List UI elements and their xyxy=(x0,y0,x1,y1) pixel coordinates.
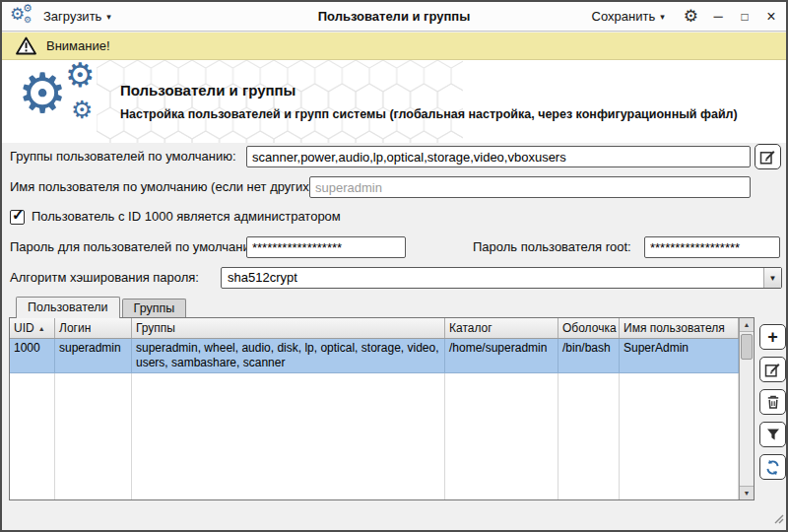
empty-column xyxy=(10,373,55,499)
scroll-up-icon: ▲ xyxy=(744,321,751,328)
warning-banner: Внимание! xyxy=(2,33,786,60)
refresh-icon xyxy=(764,459,781,476)
hexagon-pattern xyxy=(97,60,463,143)
empty-column xyxy=(55,373,132,499)
table-row-selected[interactable]: 1000 superadmin superadmin, wheel, audio… xyxy=(10,339,739,373)
cell-uid: 1000 xyxy=(10,339,55,372)
minimize-button[interactable]: ─ xyxy=(711,9,725,24)
filter-button[interactable] xyxy=(759,422,786,447)
empty-column xyxy=(132,373,445,499)
root-password-label: Пароль пользователя root: xyxy=(473,236,631,258)
column-header-directory[interactable]: Каталог xyxy=(445,318,558,338)
resize-grip-icon xyxy=(771,511,784,524)
cell-directory: /home/superadmin xyxy=(445,339,558,372)
filter-funnel-icon xyxy=(765,427,781,442)
tab-bar: Пользователи Группы xyxy=(16,297,186,317)
load-menu-button[interactable]: Загрузить ▾ xyxy=(37,5,117,28)
chevron-down-icon: ▾ xyxy=(660,12,665,22)
refresh-button[interactable] xyxy=(759,454,786,480)
trash-icon xyxy=(765,394,781,410)
table-header: UID ▲ Логин Группы Каталог Оболочка Имя … xyxy=(10,318,739,339)
combo-dropdown-button[interactable]: ▼ xyxy=(763,268,781,288)
edit-pencil-icon xyxy=(764,362,781,378)
tab-groups[interactable]: Группы xyxy=(122,299,187,317)
edit-user-button[interactable] xyxy=(759,357,786,382)
column-header-login[interactable]: Логин xyxy=(55,318,132,338)
empty-column xyxy=(445,373,558,499)
column-header-shell[interactable]: Оболочка xyxy=(558,318,620,338)
column-label: Оболочка xyxy=(562,321,617,335)
vertical-scrollbar[interactable]: ▲ ▼ xyxy=(739,318,754,499)
column-header-uid[interactable]: UID ▲ xyxy=(10,318,55,338)
admin-id1000-checkbox[interactable]: ✓ xyxy=(10,210,25,225)
page-subtitle: Настройка пользователей и групп системы … xyxy=(120,107,770,121)
add-user-button[interactable]: + xyxy=(759,324,786,350)
column-label: Каталог xyxy=(449,321,492,335)
users-groups-gears-icon: ⚙ ⚙ ⚙ xyxy=(18,62,112,141)
default-username-label: Имя пользователя по умолчанию (если нет … xyxy=(10,176,317,198)
page-title: Пользователи и группы xyxy=(120,82,296,99)
hash-algorithm-select[interactable]: sha512crypt ▼ xyxy=(221,267,782,289)
chevron-down-icon: ▾ xyxy=(106,12,111,22)
cell-shell: /bin/bash xyxy=(558,339,620,372)
default-username-input[interactable] xyxy=(309,176,751,198)
users-table: UID ▲ Логин Группы Каталог Оболочка Имя … xyxy=(10,318,739,499)
gear-icon: ⚙ xyxy=(24,16,32,25)
default-groups-label: Группы пользователей по умолчанию: xyxy=(10,146,236,167)
app-logo-gears-icon: ⚙ ⚙ ⚙ xyxy=(10,5,37,29)
scrollbar-thumb[interactable] xyxy=(741,334,753,360)
default-password-input[interactable] xyxy=(246,236,406,258)
chevron-down-icon: ▼ xyxy=(769,274,777,283)
scroll-down-icon: ▼ xyxy=(744,490,751,497)
resize-grip[interactable] xyxy=(771,510,784,528)
column-label: Имя пользователя xyxy=(624,321,725,335)
tab-users[interactable]: Пользователи xyxy=(16,297,120,318)
gear-icon: ⚙ xyxy=(71,98,93,122)
cell-login: superadmin xyxy=(55,339,132,372)
settings-gear-icon[interactable]: ⚙ xyxy=(684,8,698,25)
column-label: Группы xyxy=(136,321,175,335)
gear-icon: ⚙ xyxy=(18,66,67,121)
default-groups-input[interactable] xyxy=(246,146,751,167)
cell-username: SuperAdmin xyxy=(620,339,739,372)
users-table-panel: UID ▲ Логин Группы Каталог Оболочка Имя … xyxy=(9,317,755,500)
hash-algorithm-label: Алгоритм хэширования пароля: xyxy=(10,267,199,289)
gear-icon: ⚙ xyxy=(65,60,95,92)
edit-groups-button[interactable] xyxy=(755,144,781,169)
save-menu-button[interactable]: Сохранить ▾ xyxy=(586,5,671,28)
app-window: ⚙ ⚙ ⚙ Загрузить ▾ Пользователи и группы … xyxy=(0,0,788,532)
scroll-down-button[interactable]: ▼ xyxy=(740,486,754,499)
column-label: UID xyxy=(14,321,34,335)
default-password-label: Пароль для пользователей по умолчанию: xyxy=(10,236,263,258)
plus-icon: + xyxy=(767,329,778,345)
titlebar: ⚙ ⚙ ⚙ Загрузить ▾ Пользователи и группы … xyxy=(2,2,786,32)
warning-text: Внимание! xyxy=(46,38,110,53)
delete-user-button[interactable] xyxy=(759,389,786,415)
page-header: ⚙ ⚙ ⚙ Пользователи и группы Настройка по… xyxy=(2,60,786,143)
check-icon: ✓ xyxy=(12,206,25,224)
cell-groups: superadmin, wheel, audio, disk, lp, opti… xyxy=(132,339,445,372)
table-empty-area xyxy=(10,373,739,499)
hash-algorithm-value: sha512crypt xyxy=(228,268,297,288)
column-header-username[interactable]: Имя пользователя xyxy=(620,318,739,338)
column-label: Логин xyxy=(59,321,91,335)
save-menu-label: Сохранить xyxy=(592,9,656,24)
gear-icon: ⚙ xyxy=(23,3,33,14)
admin-id1000-label: Пользователь с ID 1000 является админист… xyxy=(32,206,341,228)
close-button[interactable]: × xyxy=(764,8,778,26)
sort-ascending-icon: ▲ xyxy=(38,325,45,332)
root-password-input[interactable] xyxy=(644,236,780,258)
warning-triangle-icon xyxy=(16,36,36,55)
maximize-button[interactable]: □ xyxy=(738,10,752,24)
titlebar-right-controls: Сохранить ▾ ⚙ ─ □ × xyxy=(586,5,778,28)
load-menu-label: Загрузить xyxy=(43,9,101,24)
empty-column xyxy=(558,373,620,499)
empty-column xyxy=(620,373,739,499)
column-header-groups[interactable]: Группы xyxy=(132,318,445,338)
scroll-up-button[interactable]: ▲ xyxy=(740,318,754,332)
edit-pencil-icon xyxy=(759,149,776,166)
